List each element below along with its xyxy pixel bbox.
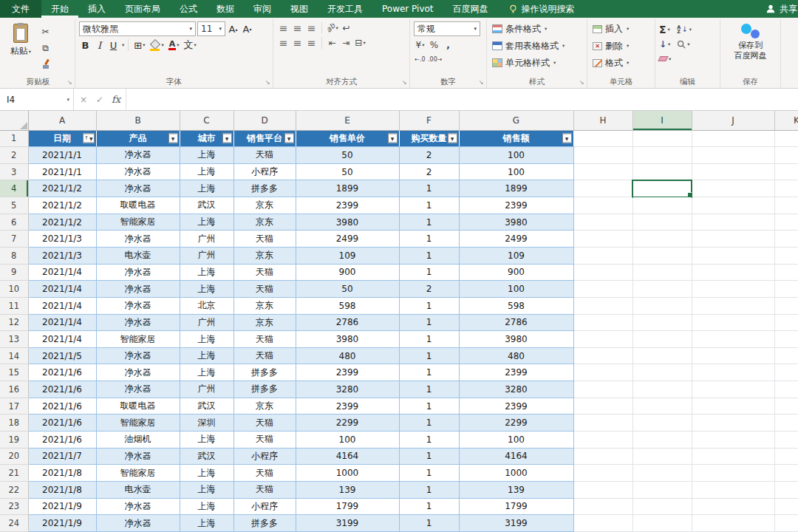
cell-quantity[interactable]: 1 [399, 515, 459, 532]
conditional-formatting-button[interactable]: 条件格式▾ [491, 21, 566, 36]
row-number[interactable]: 2 [0, 147, 28, 164]
cell-platform[interactable]: 天猫 [233, 264, 296, 281]
empty-cell[interactable] [692, 247, 774, 264]
autosum-button[interactable]: Σ▾ [659, 23, 671, 35]
empty-cell[interactable] [774, 515, 798, 532]
empty-cell[interactable] [632, 465, 692, 482]
empty-cell[interactable] [632, 331, 692, 348]
cell-city[interactable]: 上海 [180, 214, 233, 231]
cell-amount[interactable]: 100 [459, 432, 573, 449]
cell-amount[interactable]: 139 [459, 481, 573, 498]
empty-cell[interactable] [774, 180, 798, 197]
ribbon-tab[interactable]: 审阅 [244, 0, 281, 18]
cell-quantity[interactable]: 1 [399, 465, 459, 482]
increase-indent-button[interactable]: ⇥ [340, 36, 352, 49]
empty-cell[interactable] [774, 264, 798, 281]
cell-product[interactable]: 净水器 [96, 498, 180, 515]
cell-date[interactable]: 2021/1/1 [28, 163, 96, 180]
cell-date[interactable]: 2021/1/9 [28, 498, 96, 515]
cell-date[interactable]: 2021/1/7 [28, 448, 96, 465]
empty-cell[interactable] [573, 448, 632, 465]
cell-quantity[interactable]: 1 [399, 214, 459, 231]
cell-city[interactable]: 武汉 [180, 197, 233, 214]
empty-cell[interactable] [573, 264, 632, 281]
cell-amount[interactable]: 1899 [459, 180, 573, 197]
align-middle-button[interactable]: ≡ [291, 21, 304, 34]
paste-button[interactable]: 粘贴▾ [5, 21, 36, 76]
accounting-format-button[interactable]: ¥▾ [414, 38, 426, 51]
empty-cell[interactable] [573, 180, 632, 197]
cell-quantity[interactable]: 1 [399, 197, 459, 214]
row-number[interactable]: 17 [0, 398, 28, 415]
row-number[interactable]: 23 [0, 498, 28, 515]
cell-amount[interactable]: 100 [459, 147, 573, 164]
cell-quantity[interactable]: 1 [399, 398, 459, 415]
cell-city[interactable]: 上海 [180, 331, 233, 348]
empty-cell[interactable] [573, 398, 632, 415]
cell-price[interactable]: 3980 [296, 214, 399, 231]
row-number[interactable]: 6 [0, 214, 28, 231]
cell-platform[interactable]: 天猫 [233, 432, 296, 449]
cell-platform[interactable]: 京东 [233, 297, 296, 314]
copy-button[interactable]: ⧉ [39, 41, 52, 54]
table-header-quantity[interactable]: 购买数量▼ [399, 130, 459, 147]
cell-date[interactable]: 2021/1/2 [28, 180, 96, 197]
cell-product[interactable]: 净水器 [96, 364, 180, 381]
align-bottom-button[interactable]: ≡ [305, 21, 318, 34]
cell-city[interactable]: 广州 [180, 231, 233, 248]
row-number[interactable]: 5 [0, 197, 28, 214]
cell-quantity[interactable]: 1 [399, 297, 459, 314]
empty-cell[interactable] [774, 498, 798, 515]
select-all-button[interactable] [0, 111, 28, 130]
cell-product[interactable]: 智能家居 [96, 415, 180, 432]
cell-amount[interactable]: 100 [459, 281, 573, 298]
filter-button-price[interactable]: ▼ [388, 134, 398, 143]
cell-platform[interactable]: 京东 [233, 214, 296, 231]
filter-button-date[interactable]: ↑▼ [83, 134, 95, 143]
empty-cell[interactable] [774, 197, 798, 214]
cell-date[interactable]: 2021/1/2 [28, 197, 96, 214]
cell-quantity[interactable]: 1 [399, 498, 459, 515]
empty-cell[interactable] [573, 231, 632, 248]
cell-amount[interactable]: 109 [459, 247, 573, 264]
column-header-i[interactable]: I [632, 111, 692, 130]
empty-cell[interactable] [774, 281, 798, 298]
cell-product[interactable]: 取暖电器 [96, 398, 180, 415]
empty-cell[interactable] [632, 247, 692, 264]
cell-platform[interactable]: 拼多多 [233, 180, 296, 197]
cell-product[interactable]: 净水器 [96, 231, 180, 248]
column-header-h[interactable]: H [573, 111, 632, 130]
filter-button-product[interactable]: ▼ [168, 134, 178, 143]
cell-date[interactable]: 2021/1/6 [28, 381, 96, 398]
ribbon-tab[interactable]: 数据 [207, 0, 244, 18]
ribbon-tab[interactable]: 插入 [78, 0, 115, 18]
empty-cell[interactable] [774, 214, 798, 231]
cell-product[interactable]: 电水壶 [96, 481, 180, 498]
cell-price[interactable]: 2399 [296, 398, 399, 415]
row-number[interactable]: 12 [0, 314, 28, 331]
name-box[interactable]: I4▾ [0, 89, 74, 110]
cell-amount[interactable]: 900 [459, 264, 573, 281]
empty-cell[interactable] [692, 415, 774, 432]
enter-button[interactable]: ✓ [92, 95, 108, 105]
table-header-product[interactable]: 产品▼ [96, 130, 180, 147]
cell-platform[interactable]: 小程序 [233, 448, 296, 465]
cell-platform[interactable]: 天猫 [233, 147, 296, 164]
wrap-text-button[interactable]: ↩ [340, 21, 352, 34]
cell-quantity[interactable]: 2 [399, 147, 459, 164]
cell-city[interactable]: 上海 [180, 481, 233, 498]
empty-cell[interactable] [573, 147, 632, 164]
formula-input[interactable] [126, 89, 798, 110]
increase-font-size-button[interactable]: A▴ [227, 22, 239, 35]
cell-city[interactable]: 北京 [180, 297, 233, 314]
empty-cell[interactable] [692, 381, 774, 398]
tell-me-search[interactable]: 操作说明搜索 [508, 0, 575, 18]
cell-platform[interactable]: 拼多多 [233, 381, 296, 398]
cell-date[interactable]: 2021/1/4 [28, 281, 96, 298]
empty-cell[interactable] [774, 347, 798, 364]
cell-product[interactable]: 电水壶 [96, 247, 180, 264]
empty-cell[interactable] [774, 231, 798, 248]
empty-cell[interactable] [573, 481, 632, 498]
empty-cell[interactable] [774, 130, 798, 147]
empty-cell[interactable] [573, 163, 632, 180]
